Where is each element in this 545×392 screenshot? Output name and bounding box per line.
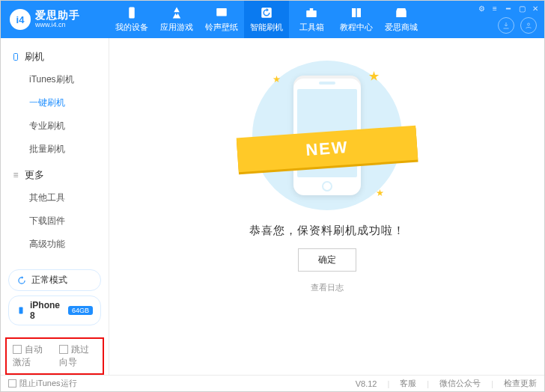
logo-block: i4 爱思助手 www.i4.cn	[1, 9, 109, 30]
nav-my-device[interactable]: 我的设备	[109, 1, 154, 38]
svg-rect-1	[216, 8, 227, 16]
sidebar-group-more: ≡ 更多	[1, 164, 109, 186]
view-log-link[interactable]: 查看日志	[311, 282, 344, 293]
nav-store[interactable]: 爱思商城	[379, 1, 424, 38]
support-link[interactable]: 客服	[400, 378, 416, 389]
top-nav: 我的设备 应用游戏 铃声壁纸 智能刷机 工具箱 教程中心 爱思商城	[109, 1, 424, 38]
mode-chip[interactable]: 正常模式	[8, 269, 101, 291]
close-icon[interactable]: ✕	[531, 4, 540, 13]
sidebar-item-advanced[interactable]: 高级功能	[1, 233, 109, 256]
sidebar-group-flash: 刷机	[1, 46, 109, 68]
sidebar-item-oneclick-flash[interactable]: 一键刷机	[1, 91, 109, 114]
menu-icon[interactable]: ≡	[490, 4, 499, 13]
apps-icon	[170, 6, 183, 19]
settings-icon[interactable]: ⚙	[477, 4, 486, 13]
sync-icon	[16, 275, 27, 286]
window-controls: ⚙ ≡ ━ ▢ ✕	[477, 4, 540, 13]
logo-icon: i4	[10, 9, 31, 30]
device-icon	[16, 305, 25, 316]
check-update-link[interactable]: 检查更新	[504, 378, 537, 389]
sidebar-item-batch-flash[interactable]: 批量刷机	[1, 138, 109, 161]
phone-outline-icon	[11, 52, 20, 61]
svg-rect-3	[306, 10, 317, 17]
main-panel: NEW 恭喜您，保资料刷机成功啦！ 确定 查看日志	[109, 38, 544, 375]
nav-apps[interactable]: 应用游戏	[154, 1, 199, 38]
svg-rect-6	[14, 54, 18, 61]
status-bar: 阻止iTunes运行 V8.12| 客服| 微信公众号| 检查更新	[1, 375, 544, 391]
toolbox-icon	[305, 6, 318, 19]
star-icon	[377, 189, 384, 197]
list-icon: ≡	[11, 170, 20, 180]
nav-ringtones[interactable]: 铃声壁纸	[199, 1, 244, 38]
sidebar-item-pro-flash[interactable]: 专业刷机	[1, 114, 109, 138]
maximize-icon[interactable]: ▢	[517, 4, 526, 13]
storage-badge: 64GB	[68, 306, 93, 315]
version-label: V8.12	[356, 379, 377, 388]
nav-smart-flash[interactable]: 智能刷机	[244, 1, 289, 38]
bottom-options-highlight: 自动激活 跳过向导	[5, 337, 104, 375]
phone-icon	[125, 6, 138, 19]
success-illustration: NEW	[252, 61, 402, 210]
minimize-icon[interactable]: ━	[504, 4, 513, 13]
wechat-link[interactable]: 微信公众号	[439, 378, 481, 389]
image-icon	[215, 6, 228, 19]
store-icon	[395, 6, 408, 19]
checkbox-block-itunes[interactable]: 阻止iTunes运行	[8, 378, 77, 389]
star-icon	[273, 76, 281, 83]
checkbox-skip-guide[interactable]: 跳过向导	[59, 343, 97, 369]
nav-toolbox[interactable]: 工具箱	[289, 1, 334, 38]
title-bar: i4 爱思助手 www.i4.cn 我的设备 应用游戏 铃声壁纸 智能刷机 工具…	[1, 1, 544, 38]
sidebar-item-other-tools[interactable]: 其他工具	[1, 186, 109, 209]
new-ribbon: NEW	[236, 126, 418, 173]
download-button[interactable]	[498, 17, 514, 34]
user-button[interactable]	[520, 17, 537, 34]
ok-button[interactable]: 确定	[298, 248, 356, 272]
svg-rect-0	[129, 7, 135, 19]
nav-tutorials[interactable]: 教程中心	[334, 1, 379, 38]
sidebar: 刷机 iTunes刷机 一键刷机 专业刷机 批量刷机 ≡ 更多 其他工具 下载固…	[1, 38, 109, 375]
svg-rect-7	[19, 307, 23, 313]
svg-point-5	[528, 23, 530, 25]
star-icon	[369, 71, 380, 82]
header-right-buttons	[498, 17, 537, 34]
success-message: 恭喜您，保资料刷机成功啦！	[249, 224, 405, 238]
refresh-icon	[260, 6, 273, 19]
app-subtitle: www.i4.cn	[35, 22, 80, 29]
device-chip[interactable]: iPhone 8 64GB	[8, 295, 101, 325]
svg-rect-4	[310, 8, 314, 10]
book-icon	[350, 6, 363, 19]
app-title: 爱思助手	[35, 10, 80, 21]
checkbox-auto-activate[interactable]: 自动激活	[13, 343, 50, 369]
sidebar-item-download-firmware[interactable]: 下载固件	[1, 209, 109, 233]
sidebar-item-itunes-flash[interactable]: iTunes刷机	[1, 68, 109, 91]
